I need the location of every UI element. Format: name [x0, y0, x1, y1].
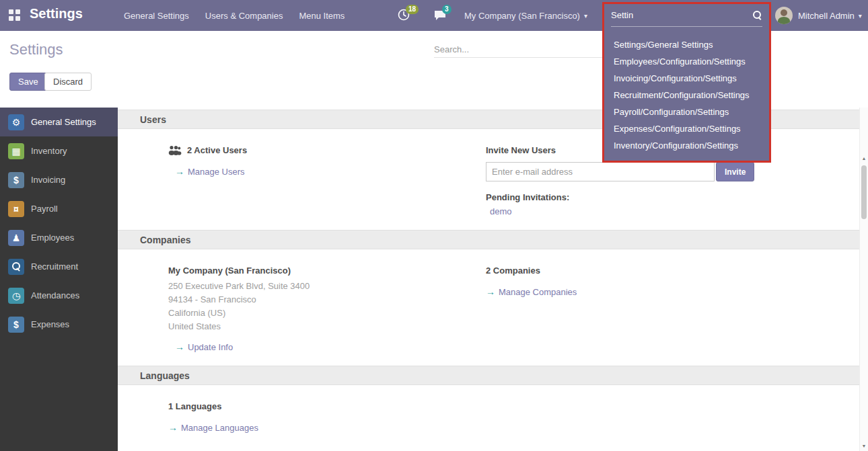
arrow-right-icon: → [175, 341, 184, 352]
vertical-scrollbar[interactable]: ▲ ▼ [859, 108, 868, 451]
settings-sidebar: General Settings Inventory Invoicing Pay… [0, 108, 118, 451]
apps-grid-icon[interactable] [9, 9, 21, 22]
recruitment-magnifier-icon [8, 259, 24, 275]
sidebar-item-label: Attendances [31, 290, 79, 300]
scroll-up-arrow[interactable]: ▲ [860, 156, 868, 161]
sidebar-item-label: Payroll [31, 204, 58, 214]
suggestion-item[interactable]: Expenses/Configuration/Settings [604, 120, 769, 137]
sidebar-item-attendances[interactable]: Attendances [0, 281, 118, 310]
manage-languages-link[interactable]: → Manage Languages [168, 422, 258, 433]
search-suggestions: Settings/General Settings Employees/Conf… [604, 36, 769, 154]
menu-users-companies[interactable]: Users & Companies [205, 11, 283, 21]
languages-count: 1 Languages [168, 401, 486, 411]
section-header-languages: Languages [118, 366, 859, 385]
languages-section: 1 Languages → Manage Languages [118, 385, 859, 446]
sidebar-item-label: Expenses [31, 319, 69, 329]
sidebar-item-label: Inventory [31, 146, 67, 156]
messages-bubble-icon[interactable]: 3 [433, 8, 448, 23]
update-info-link[interactable]: → Update Info [175, 341, 233, 352]
user-avatar[interactable] [775, 7, 793, 24]
page-title: Settings [9, 41, 63, 58]
user-name: Mitchell Admin [798, 11, 855, 21]
sidebar-item-inventory[interactable]: Inventory [0, 136, 118, 165]
scroll-down-arrow[interactable]: ▼ [860, 444, 868, 448]
sidebar-item-invoicing[interactable]: Invoicing [0, 165, 118, 194]
arrow-right-icon: → [168, 422, 178, 433]
sidebar-item-label: Employees [31, 233, 74, 243]
address-line: 250 Executive Park Blvd, Suite 3400 [168, 280, 486, 293]
invite-button[interactable]: Invite [716, 162, 754, 181]
boxes-icon [8, 143, 24, 159]
sidebar-item-label: Invoicing [31, 175, 65, 185]
pending-invitations-label: Pending Invitations: [486, 192, 859, 202]
chevron-down-icon: ▾ [584, 12, 587, 19]
activity-count-badge: 18 [406, 5, 419, 14]
menu-search-dropdown: Settings/General Settings Employees/Conf… [602, 2, 771, 163]
app-title[interactable]: Settings [30, 6, 83, 22]
save-button[interactable]: Save [9, 73, 47, 91]
company-switcher[interactable]: My Company (San Francisco) ▾ [464, 0, 587, 31]
company-switcher-label: My Company (San Francisco) [464, 11, 580, 21]
menu-search-row [611, 4, 762, 27]
pending-user-link[interactable]: demo [490, 206, 859, 216]
arrow-right-icon: → [486, 286, 495, 297]
active-users-count: 2 Active Users [187, 145, 247, 155]
scrollbar-thumb[interactable] [861, 165, 867, 219]
company-name: My Company (San Francisco) [168, 265, 486, 276]
sidebar-item-expenses[interactable]: Expenses [0, 310, 118, 339]
sidebar-item-recruitment[interactable]: Recruitment [0, 252, 118, 281]
activity-clock-icon[interactable]: 18 [397, 8, 412, 23]
attendance-clock-icon [8, 288, 24, 304]
users-group-icon [168, 145, 182, 155]
arrow-right-icon: → [175, 166, 184, 177]
sidebar-item-general-settings[interactable]: General Settings [0, 108, 118, 136]
suggestion-item[interactable]: Invoicing/Configuration/Settings [604, 70, 769, 87]
payroll-icon [8, 201, 24, 217]
message-count-badge: 3 [442, 5, 451, 14]
address-line: United States [168, 320, 486, 333]
gear-icon [8, 114, 24, 130]
expenses-icon [8, 317, 24, 333]
suggestion-item[interactable]: Settings/General Settings [604, 36, 769, 53]
discard-button[interactable]: Discard [44, 73, 92, 91]
sidebar-item-label: Recruitment [31, 261, 78, 272]
companies-section: My Company (San Francisco) 250 Executive… [118, 249, 859, 366]
company-address: 250 Executive Park Blvd, Suite 3400 9413… [168, 280, 486, 333]
companies-count: 2 Companies [486, 265, 859, 276]
address-line: 94134 - San Francisco [168, 293, 486, 306]
sidebar-item-payroll[interactable]: Payroll [0, 194, 118, 223]
search-icon [753, 11, 762, 20]
address-line: California (US) [168, 306, 486, 320]
menu-search-input[interactable] [611, 10, 753, 20]
menu-menu-items[interactable]: Menu Items [299, 11, 345, 21]
suggestion-item[interactable]: Employees/Configuration/Settings [604, 53, 769, 70]
user-menu[interactable]: Mitchell Admin ▾ [798, 0, 862, 31]
record-search [434, 42, 602, 58]
navbar-menu: General Settings Users & Companies Menu … [124, 0, 345, 31]
suggestion-item[interactable]: Payroll/Configuration/Settings [604, 104, 769, 120]
record-search-input[interactable] [434, 42, 602, 58]
sidebar-item-employees[interactable]: Employees [0, 223, 118, 252]
suggestion-item[interactable]: Inventory/Configuration/Settings [604, 137, 769, 154]
section-header-companies: Companies [118, 230, 859, 249]
suggestion-item[interactable]: Recruitment/Configuration/Settings [604, 87, 769, 104]
manage-users-link[interactable]: → Manage Users [175, 166, 245, 177]
manage-companies-link[interactable]: → Manage Companies [486, 286, 577, 297]
employees-icon [8, 230, 24, 246]
menu-general-settings[interactable]: General Settings [124, 11, 189, 21]
chevron-down-icon: ▾ [859, 12, 862, 19]
sidebar-item-label: General Settings [31, 117, 96, 127]
invoice-icon [8, 172, 24, 188]
invite-email-input[interactable] [486, 162, 715, 181]
